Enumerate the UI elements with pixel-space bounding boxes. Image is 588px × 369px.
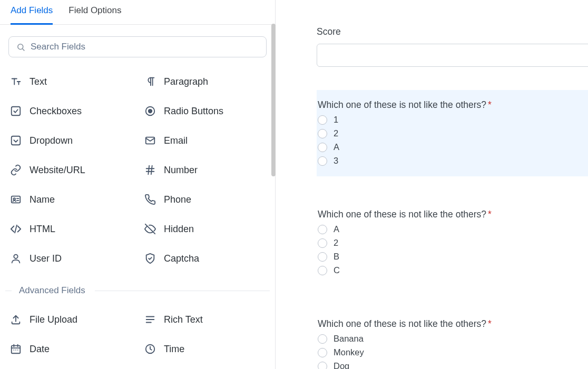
option-label: 3 [334, 156, 338, 166]
shield-check-icon [144, 252, 156, 265]
question-block[interactable]: Which one of these is not like the other… [317, 309, 588, 369]
radio-icon [318, 238, 327, 248]
option-label: Monkey [334, 347, 364, 357]
field-label: Paragraph [164, 76, 208, 87]
radio-icon [318, 362, 327, 370]
radio-icon [318, 252, 327, 262]
search-icon [16, 43, 25, 52]
hash-icon [144, 164, 156, 176]
radio-icon [318, 156, 327, 166]
option-label: 1 [334, 115, 338, 125]
required-indicator: * [488, 318, 492, 329]
radio-option[interactable]: A [318, 224, 588, 234]
option-label: Banana [334, 334, 364, 344]
field-captcha[interactable]: Captcha [138, 244, 272, 273]
app-root: Add Fields Field Options Search Fields T… [0, 0, 588, 369]
radio-icon [318, 129, 327, 138]
svg-rect-22 [12, 346, 21, 354]
field-date[interactable]: Date [3, 334, 138, 364]
field-label: User ID [30, 253, 62, 264]
field-label: Email [164, 135, 188, 146]
required-indicator: * [488, 209, 492, 220]
link-icon [9, 164, 22, 176]
scrollbar-thumb[interactable] [271, 24, 276, 176]
tab-field-options[interactable]: Field Options [68, 5, 121, 24]
id-card-icon [9, 193, 22, 206]
radio-option[interactable]: B [318, 252, 588, 262]
questions-container: Which one of these is not like the other… [317, 90, 588, 369]
options-list: 12A3 [318, 115, 588, 166]
field-dropdown[interactable]: Dropdown [3, 126, 138, 155]
question-label: Which one of these is not like the other… [318, 318, 588, 330]
field-userid[interactable]: User ID [3, 244, 138, 273]
eye-off-icon [144, 223, 156, 235]
code-icon [9, 223, 22, 235]
option-label: A [334, 224, 339, 234]
question-block[interactable]: Which one of these is not like the other… [317, 90, 588, 176]
radio-option[interactable]: A [318, 142, 588, 152]
radio-option[interactable]: Dog [318, 361, 588, 369]
field-label: Captcha [164, 253, 199, 264]
field-rich-text[interactable]: Rich Text [138, 305, 272, 334]
field-label: Hidden [164, 224, 194, 235]
phone-icon [144, 193, 156, 206]
field-label: Name [30, 194, 55, 205]
svg-point-4 [149, 109, 152, 113]
option-label: A [334, 142, 339, 152]
tab-add-fields[interactable]: Add Fields [11, 5, 53, 25]
form-canvas: Score Which one of these is not like the… [276, 0, 588, 369]
question-block[interactable]: Which one of these is not like the other… [317, 200, 588, 286]
options-list: BananaMonkeyDogCat [318, 334, 588, 369]
svg-line-10 [151, 166, 152, 175]
sidebar-scrollbar[interactable] [270, 0, 276, 369]
option-label: 2 [334, 128, 338, 138]
radio-icon [318, 115, 327, 125]
field-label: HTML [30, 224, 55, 235]
field-label: Date [30, 344, 50, 355]
radio-icon [318, 348, 327, 357]
field-hidden[interactable]: Hidden [138, 214, 272, 244]
field-label: Rich Text [164, 314, 203, 325]
upload-icon [9, 313, 22, 326]
clock-icon [144, 343, 156, 355]
field-paragraph[interactable]: Paragraph [138, 67, 272, 96]
search-placeholder: Search Fields [31, 42, 85, 52]
field-radio[interactable]: Radio Buttons [138, 96, 272, 126]
radio-icon [318, 334, 327, 344]
option-label: Dog [334, 361, 349, 369]
field-html[interactable]: HTML [3, 214, 138, 244]
field-number[interactable]: Number [138, 155, 272, 185]
radio-option[interactable]: 2 [318, 238, 588, 248]
field-label: Time [164, 344, 184, 355]
field-email[interactable]: Email [138, 126, 272, 155]
radio-option[interactable]: Monkey [318, 347, 588, 357]
question-label: Which one of these is not like the other… [318, 209, 588, 220]
search-input[interactable]: Search Fields [8, 36, 267, 57]
svg-rect-5 [12, 136, 21, 145]
field-label: Checkboxes [30, 106, 82, 117]
section-label: Advanced Fields [15, 285, 90, 296]
field-checkboxes[interactable]: Checkboxes [3, 96, 138, 126]
radio-option[interactable]: 3 [318, 156, 588, 166]
required-indicator: * [488, 99, 492, 110]
svg-line-1 [23, 48, 24, 50]
score-input[interactable] [317, 44, 588, 67]
field-phone[interactable]: Phone [138, 185, 272, 214]
field-text[interactable]: Text [3, 67, 138, 96]
field-website[interactable]: Website/URL [3, 155, 138, 185]
svg-point-12 [13, 198, 15, 200]
svg-rect-2 [12, 107, 21, 116]
radio-option[interactable]: Banana [318, 334, 588, 344]
advanced-fields-divider: Advanced Fields [0, 281, 275, 301]
radio-option[interactable]: C [318, 265, 588, 275]
field-file-upload[interactable]: File Upload [3, 305, 138, 334]
score-field-label: Score [317, 26, 588, 37]
field-name[interactable]: Name [3, 185, 138, 214]
field-time[interactable]: Time [138, 334, 272, 364]
email-icon [144, 134, 156, 147]
radio-option[interactable]: 2 [318, 128, 588, 138]
field-label: Dropdown [30, 135, 73, 146]
svg-point-17 [14, 255, 17, 258]
radio-option[interactable]: 1 [318, 115, 588, 125]
field-label: Text [30, 76, 47, 87]
